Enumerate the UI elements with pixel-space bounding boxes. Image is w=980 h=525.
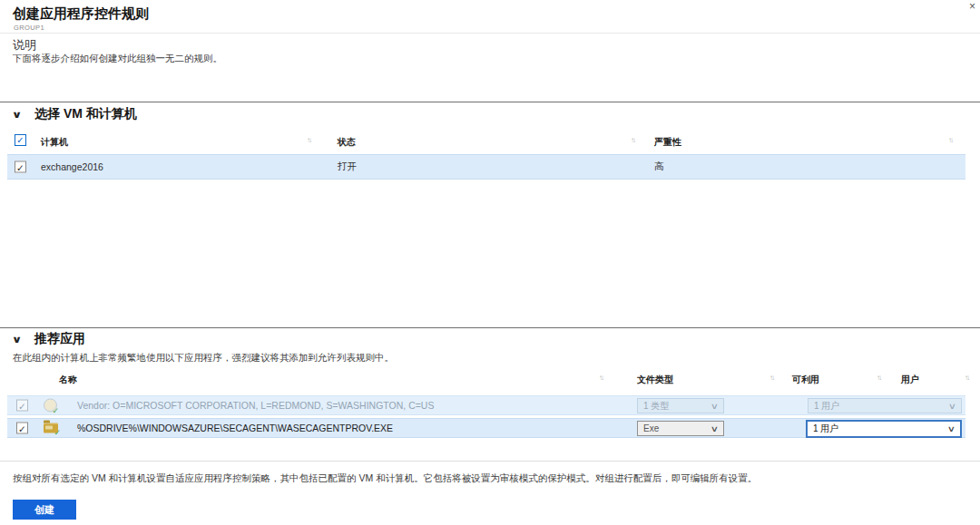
chevron-down-icon: ∨ — [948, 402, 956, 411]
description-heading: 说明 — [13, 37, 36, 53]
verified-check-icon: ✓ — [52, 406, 59, 415]
verified-check-icon: ✓ — [54, 428, 61, 437]
vm-row-computer: exchange2016 — [41, 161, 103, 172]
page-title: 创建应用程序控件规则 — [13, 5, 149, 23]
app-row-checkbox[interactable]: ✓ — [16, 423, 28, 434]
chevron-down-icon: ∨ — [947, 424, 956, 433]
sort-icon[interactable]: ↑↓ — [631, 136, 634, 144]
apps-col-exploitable[interactable]: 可利用 — [792, 374, 819, 386]
footer-note: 按组对所有选定的 VM 和计算机设置自适应应用程序控制策略，其中包括已配置的 V… — [13, 472, 757, 485]
check-icon: ✓ — [18, 423, 26, 433]
check-icon: ✓ — [18, 401, 26, 410]
app-rule-row-vendor[interactable]: ✓ ✓ Vendor: O=MICROSOFT CORPORATION, L=R… — [7, 395, 965, 415]
certificate-icon: ✓ — [44, 399, 57, 413]
check-icon: ✓ — [16, 162, 24, 171]
apps-section-title: 推荐应用 — [34, 331, 85, 347]
vm-section-collapse-chevron-icon[interactable]: ∨ — [12, 109, 23, 121]
vm-col-severity[interactable]: 严重性 — [654, 136, 681, 149]
header-divider — [0, 33, 980, 34]
sort-icon[interactable]: ↑↓ — [965, 374, 968, 382]
vm-table-row[interactable]: ✓ exchange2016 打开 高 — [7, 154, 965, 180]
users-dropdown[interactable]: 1 用户 ∨ — [806, 420, 962, 438]
app-rule-name: %OSDRIVE%\WINDOWSAZURE\SECAGENT\WASECAGE… — [77, 423, 393, 433]
app-row-checkbox[interactable]: ✓ — [16, 400, 28, 412]
close-icon[interactable]: × — [969, 1, 975, 12]
apps-section-divider — [0, 327, 980, 328]
file-type-dropdown[interactable]: Exe ∨ — [637, 421, 724, 436]
vm-col-status[interactable]: 状态 — [338, 136, 356, 149]
apps-col-file-type[interactable]: 文件类型 — [637, 374, 673, 386]
chevron-down-icon: ∨ — [710, 402, 719, 411]
folder-icon: ✓ — [44, 423, 58, 433]
vm-row-severity: 高 — [654, 160, 664, 173]
group-subtitle: GROUP1 — [14, 24, 44, 32]
sort-icon[interactable]: ↑↓ — [599, 374, 603, 382]
dropdown-value: 1 用户 — [813, 423, 838, 435]
vm-section-title: 选择 VM 和计算机 — [34, 106, 137, 122]
apps-section-collapse-chevron-icon[interactable]: ∨ — [12, 334, 23, 345]
app-rule-row-exe[interactable]: ✓ ✓ %OSDRIVE%\WINDOWSAZURE\SECAGENT\WASE… — [7, 418, 965, 438]
create-button[interactable]: 创建 — [13, 500, 76, 520]
dropdown-value: Exe — [643, 423, 659, 433]
chevron-down-icon: ∨ — [710, 424, 719, 433]
sort-icon[interactable]: ↑↓ — [769, 374, 773, 382]
vm-row-status: 打开 — [338, 160, 357, 173]
sort-icon[interactable]: ↑↓ — [948, 136, 952, 144]
dropdown-value: 1 类型 — [643, 400, 669, 413]
sort-icon[interactable]: ↑↓ — [307, 136, 310, 144]
apps-section-description: 在此组内的计算机上非常频繁地使用以下应用程序，强烈建议将其添加到允许列表规则中。 — [13, 352, 394, 365]
create-app-control-rule-panel: 创建应用程序控件规则 GROUP1 × 说明 下面将逐步介绍如何创建对此组独一无… — [0, 0, 980, 525]
vm-row-checkbox[interactable]: ✓ — [15, 161, 26, 173]
dropdown-value: 1 用户 — [814, 400, 839, 413]
vm-section-divider — [0, 102, 980, 102]
users-dropdown[interactable]: 1 用户 ∨ — [808, 398, 962, 413]
app-rule-name: Vendor: O=MICROSOFT CORPORATION, L=REDMO… — [77, 400, 434, 411]
sort-icon[interactable]: ↑↓ — [877, 374, 880, 382]
apps-col-users[interactable]: 用户 — [901, 374, 919, 386]
description-body: 下面将逐步介绍如何创建对此组独一无二的规则。 — [13, 53, 222, 65]
check-icon: ✓ — [16, 136, 24, 145]
vm-col-computer[interactable]: 计算机 — [41, 136, 68, 149]
file-type-dropdown[interactable]: 1 类型 ∨ — [637, 398, 724, 413]
footer-divider — [0, 461, 980, 462]
vm-table-select-all-checkbox[interactable]: ✓ — [15, 134, 26, 146]
apps-col-name[interactable]: 名称 — [59, 374, 77, 386]
